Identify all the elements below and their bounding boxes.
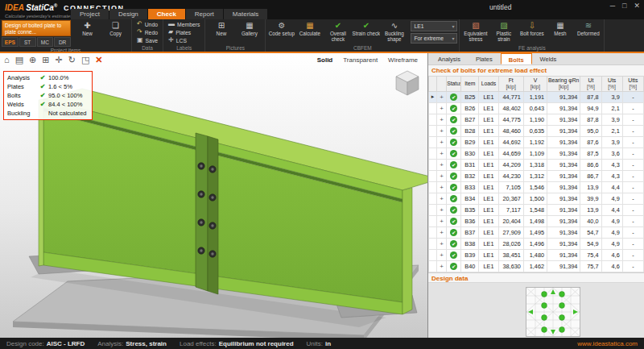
- column-header-status[interactable]: Status: [447, 77, 461, 92]
- expand-row-button[interactable]: +: [437, 181, 447, 193]
- website-link[interactable]: www.ideastatica.com: [577, 340, 638, 347]
- results-tab-analysis[interactable]: Analysis: [431, 53, 468, 64]
- expand-row-button[interactable]: +: [437, 136, 447, 147]
- mesh-button[interactable]: ▦Mesh: [546, 20, 574, 44]
- column-header-ft[interactable]: Ft[kip]: [498, 77, 523, 92]
- ribbon-tab-materials[interactable]: Materials: [224, 9, 267, 19]
- load-case-dropdown[interactable]: LE1▾: [411, 21, 457, 31]
- expand-row-button[interactable]: +: [437, 102, 447, 114]
- members-button[interactable]: ▬Members: [165, 20, 203, 28]
- table-row-b34[interactable]: +✔B34LE120,3671,50091,39439,94,9-: [429, 193, 644, 204]
- undo-button[interactable]: ↶Undo: [134, 20, 161, 28]
- cell-uts: 4,6: [601, 249, 622, 260]
- expand-row-button[interactable]: +: [437, 193, 447, 204]
- table-row-b40[interactable]: +✔B40LE138,6301,46291,39475,74,6-: [429, 260, 644, 272]
- close-button[interactable]: ✕: [634, 2, 640, 10]
- calculate-button[interactable]: ▦Calculate: [295, 20, 324, 44]
- cell-item: B29: [461, 136, 479, 147]
- check-icon: ✔: [450, 251, 457, 259]
- table-row-b31[interactable]: +✔B31LE144,2091,31891,39486,64,3-: [429, 159, 644, 170]
- zoom-in-icon[interactable]: ⊕: [29, 55, 36, 65]
- column-header-loads[interactable]: Loads: [479, 77, 498, 92]
- table-row-b35[interactable]: +✔B35LE17,1171,54891,39413,94,4-: [429, 204, 644, 215]
- maximize-button[interactable]: □: [622, 2, 626, 10]
- expand-row-button[interactable]: +: [437, 159, 447, 170]
- cell-utts: -: [622, 204, 643, 215]
- cell-ut: 75,7: [580, 260, 601, 272]
- column-header-uts[interactable]: Uts[%]: [601, 77, 622, 92]
- expand-row-button[interactable]: +: [437, 204, 447, 215]
- buckling-shape-button[interactable]: ∿Buckling shape: [380, 20, 408, 44]
- view-mode-wireframe[interactable]: Wireframe: [388, 56, 418, 64]
- copy-button[interactable]: ❏Copy: [101, 20, 130, 44]
- navigation-cube[interactable]: [394, 69, 421, 100]
- table-row-b32[interactable]: +✔B32LE144,2301,31291,39486,74,3-: [429, 170, 644, 181]
- code-setup-button[interactable]: ⚙Code setup: [267, 20, 295, 44]
- new-button[interactable]: ⊞New: [207, 20, 235, 44]
- bolt-forces-button[interactable]: ⇩Bolt forces: [518, 20, 546, 44]
- results-tab-welds[interactable]: Welds: [533, 53, 564, 64]
- extreme-mode-dropdown[interactable]: For extreme▾: [411, 33, 457, 44]
- rotate-icon[interactable]: ↻: [68, 55, 76, 65]
- expand-row-button[interactable]: +: [437, 91, 447, 102]
- lcs-button[interactable]: ✛LCS: [165, 36, 190, 44]
- expand-row-button[interactable]: +: [437, 249, 447, 260]
- pan-icon[interactable]: ✛: [56, 55, 63, 65]
- print-icon[interactable]: ▤: [15, 55, 23, 65]
- ribbon-tab-project[interactable]: Project: [71, 9, 109, 19]
- strain-check-button[interactable]: ✔Strain check: [352, 20, 380, 44]
- ribbon-tab-design[interactable]: Design: [109, 9, 147, 19]
- equivalent-stress-button[interactable]: ▧Equivalent stress: [461, 20, 489, 44]
- table-row-b27[interactable]: +✔B27LE144,7751,19091,39487,83,9-: [429, 114, 644, 125]
- results-tab-plates[interactable]: Plates: [469, 53, 500, 64]
- table-row-b37[interactable]: +✔B37LE127,9091,49591,39454,74,9-: [429, 226, 644, 238]
- table-row-b26[interactable]: +✔B26LE148,4020,64391,39494,92,1-: [429, 102, 644, 114]
- save-button[interactable]: ▣Save: [134, 36, 161, 44]
- column-header-bearing[interactable]: Bearing φRn[kip]: [547, 77, 580, 92]
- st-button[interactable]: ST: [19, 37, 36, 47]
- expand-row-button[interactable]: +: [437, 170, 447, 181]
- dr-button[interactable]: DR: [54, 37, 71, 47]
- results-tab-bolts[interactable]: Bolts: [501, 53, 532, 64]
- ribbon-tab-check[interactable]: Check: [148, 9, 185, 19]
- current-design-item[interactable]: Design of bolted plate to plate conne...: [2, 20, 71, 36]
- view-axis-icon[interactable]: ◳: [81, 55, 89, 65]
- table-row-b29[interactable]: +✔B29LE144,6921,19291,39487,63,9-: [429, 136, 644, 147]
- table-row-b30[interactable]: +✔B30LE144,6591,10991,39487,53,6-: [429, 147, 644, 159]
- view-mode-transparent[interactable]: Transparent: [343, 56, 378, 64]
- expand-row-button[interactable]: +: [437, 226, 447, 238]
- new-button[interactable]: ✚New: [73, 20, 101, 44]
- deformed-button[interactable]: ≋Deformed: [574, 20, 602, 44]
- overall-check-button[interactable]: ✔Overall check: [324, 20, 352, 44]
- home-icon[interactable]: ⌂: [4, 55, 10, 65]
- column-header-item[interactable]: Item: [461, 77, 479, 92]
- column-header-v[interactable]: V[kip]: [523, 77, 547, 92]
- view-mode-solid[interactable]: Solid: [317, 56, 333, 64]
- table-row-b28[interactable]: +✔B28LE148,4600,63591,39495,02,1-: [429, 125, 644, 136]
- redo-button[interactable]: ↷Redo: [134, 28, 161, 36]
- lcs-icon: ✛: [168, 37, 174, 44]
- table-row-b25[interactable]: ▸+✔B25LE144,7711,19191,39487,83,9-: [429, 91, 644, 102]
- expand-row-button[interactable]: +: [437, 238, 447, 249]
- minimize-button[interactable]: ─: [610, 2, 615, 10]
- viewport-3d[interactable]: ⌂▤⊕⊞✛↻◳✕ SolidTransparentWireframe Analy…: [0, 53, 428, 338]
- mc-button[interactable]: MC: [37, 37, 54, 47]
- gallery-button[interactable]: ▦Gallery: [235, 20, 263, 44]
- table-row-b33[interactable]: +✔B33LE17,1051,54691,39413,94,4-: [429, 181, 644, 193]
- expand-row-button[interactable]: +: [437, 147, 447, 159]
- table-row-b39[interactable]: +✔B39LE138,4511,48091,39475,44,6-: [429, 249, 644, 260]
- eps-button[interactable]: EPS: [2, 37, 19, 47]
- expand-row-button[interactable]: +: [437, 114, 447, 125]
- column-header-utts[interactable]: Utts[%]: [622, 77, 643, 92]
- expand-row-button[interactable]: +: [437, 125, 447, 136]
- expand-row-button[interactable]: +: [437, 215, 447, 226]
- column-header-ut[interactable]: Ut[%]: [580, 77, 601, 92]
- zoom-extents-icon[interactable]: ⊞: [42, 55, 49, 65]
- table-row-b38[interactable]: +✔B38LE128,0261,49691,39454,94,9-: [429, 238, 644, 249]
- close-icon[interactable]: ✕: [95, 55, 102, 65]
- plates-button[interactable]: ▰Plates: [165, 28, 194, 36]
- plastic-strain-button[interactable]: ▨Plastic strain: [489, 20, 518, 44]
- expand-row-button[interactable]: +: [437, 260, 447, 272]
- ribbon-tab-report[interactable]: Report: [186, 9, 223, 19]
- table-row-b36[interactable]: +✔B36LE120,4041,49891,39440,04,9-: [429, 215, 644, 226]
